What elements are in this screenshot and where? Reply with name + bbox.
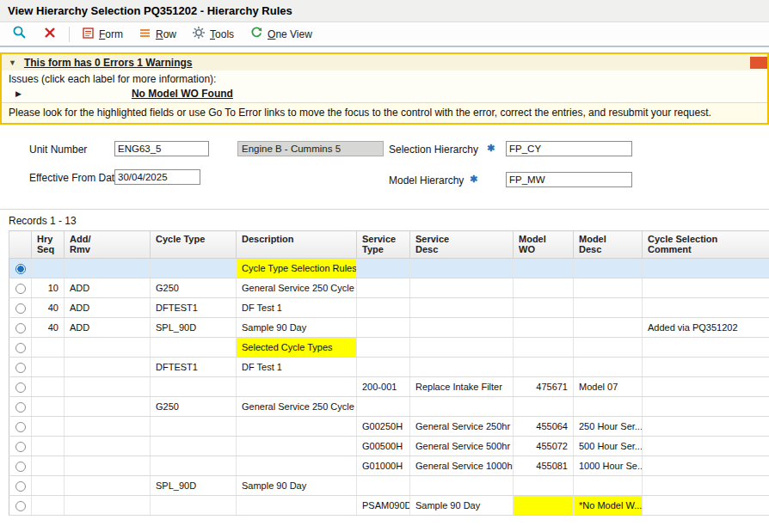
row-select-radio[interactable] bbox=[15, 382, 26, 393]
cell-add_rmv bbox=[65, 358, 151, 377]
cell-model_wo bbox=[514, 476, 574, 496]
row-select-radio[interactable] bbox=[15, 501, 26, 511]
tools-menu-button[interactable]: Tools bbox=[185, 23, 241, 45]
row-select-radio[interactable] bbox=[15, 363, 26, 373]
column-header[interactable]: Add/ Rmv bbox=[65, 231, 151, 259]
row-select-radio[interactable] bbox=[15, 284, 26, 294]
cell-model_wo: 475671 bbox=[514, 377, 574, 397]
one-view-label: One View bbox=[268, 28, 312, 40]
selection-hierarchy-field[interactable] bbox=[506, 141, 632, 156]
cell-model_desc: 250 Hour Ser... bbox=[574, 417, 643, 437]
row-select-radio[interactable] bbox=[15, 481, 26, 492]
cell-cycle_type bbox=[151, 496, 237, 516]
cell-model_wo bbox=[514, 496, 574, 516]
row-select-radio[interactable] bbox=[15, 343, 26, 353]
row-select-cell bbox=[9, 417, 32, 437]
expander-triangle-icon[interactable]: ▶ bbox=[15, 89, 22, 98]
cell-model_desc: 1000 Hour Se... bbox=[574, 456, 643, 476]
cell-service_type bbox=[357, 259, 410, 278]
cell-hry_seq bbox=[32, 496, 65, 516]
cell-model_desc bbox=[574, 259, 643, 278]
unit-number-field[interactable] bbox=[114, 141, 209, 156]
row-select-radio[interactable] bbox=[15, 442, 26, 452]
cell-model_wo: 455072 bbox=[514, 437, 574, 456]
cell-comment bbox=[643, 278, 769, 298]
required-star-icon: ✱ bbox=[487, 143, 495, 154]
cell-service_desc bbox=[410, 259, 514, 278]
column-header[interactable]: Service Type bbox=[357, 231, 410, 259]
cell-add_rmv: ADD bbox=[65, 278, 151, 298]
cell-service_desc bbox=[410, 278, 514, 298]
cell-add_rmv: ADD bbox=[65, 318, 151, 338]
cell-description: DF Test 1 bbox=[237, 358, 357, 377]
no-model-wo-link[interactable]: No Model WO Found bbox=[132, 88, 233, 100]
column-header[interactable]: Model Desc bbox=[574, 231, 643, 259]
find-button[interactable] bbox=[5, 22, 34, 46]
cell-cycle_type bbox=[151, 338, 237, 358]
cell-cycle_type: G250 bbox=[151, 397, 237, 417]
column-header[interactable]: Cycle Selection Comment bbox=[643, 231, 769, 259]
cell-add_rmv bbox=[65, 476, 151, 496]
row-select-radio[interactable] bbox=[15, 303, 26, 314]
cell-service_desc bbox=[410, 298, 514, 318]
row-select-cell bbox=[9, 456, 32, 476]
cell-model_wo bbox=[514, 318, 574, 338]
effective-from-date-label: Effective From Date bbox=[29, 172, 120, 184]
table-row: G00250HGeneral Service 250hr455064250 Ho… bbox=[9, 417, 769, 437]
column-header[interactable]: Hry Seq bbox=[32, 231, 65, 259]
table-row: Selected Cycle Types bbox=[9, 338, 769, 358]
collapse-triangle-icon[interactable]: ▼ bbox=[9, 58, 16, 67]
row-select-radio[interactable] bbox=[15, 462, 26, 472]
column-header[interactable]: Description bbox=[237, 231, 357, 259]
cell-hry_seq: 40 bbox=[32, 298, 65, 318]
issue-link-row: ▶ No Model WO Found bbox=[2, 86, 767, 102]
search-icon bbox=[12, 25, 28, 43]
column-header[interactable]: Service Desc bbox=[410, 231, 514, 259]
cell-cycle_type: SPL_90D bbox=[151, 318, 237, 338]
row-select-cell bbox=[9, 259, 32, 278]
column-header[interactable]: Model WO bbox=[514, 231, 574, 259]
toolbar: Form Row Tools One View bbox=[0, 22, 769, 47]
cell-hry_seq bbox=[32, 437, 65, 456]
tools-menu-label: Tools bbox=[210, 28, 234, 40]
cell-hry_seq bbox=[32, 358, 65, 377]
cell-hry_seq bbox=[32, 338, 65, 358]
cell-description: General Service 250 Cycle bbox=[237, 397, 357, 417]
cell-hry_seq bbox=[32, 456, 65, 476]
hierarchy-rules-grid: Hry SeqAdd/ RmvCycle TypeDescriptionServ… bbox=[9, 230, 769, 516]
row-select-radio[interactable] bbox=[15, 402, 26, 413]
cell-cycle_type bbox=[151, 417, 237, 437]
cell-comment bbox=[643, 298, 769, 318]
warning-summary-link[interactable]: This form has 0 Errors 1 Warnings bbox=[24, 57, 193, 69]
row-select-radio[interactable] bbox=[15, 323, 26, 333]
row-select-radio[interactable] bbox=[15, 264, 26, 274]
column-header[interactable]: Cycle Type bbox=[151, 231, 237, 259]
one-view-button[interactable]: One View bbox=[243, 23, 319, 45]
cell-service_type bbox=[357, 278, 410, 298]
cell-comment bbox=[643, 496, 769, 516]
row-select-cell bbox=[9, 318, 32, 338]
row-select-cell bbox=[9, 298, 32, 318]
effective-from-date-field[interactable] bbox=[114, 169, 200, 185]
grid-section: Records 1 - 13 Hry SeqAdd/ RmvCycle Type… bbox=[0, 209, 769, 516]
cell-description: DF Test 1 bbox=[237, 298, 357, 318]
cell-description bbox=[237, 456, 357, 476]
row-select-radio[interactable] bbox=[15, 422, 26, 432]
cell-service_desc bbox=[410, 338, 514, 358]
cell-service_type: 200-001 bbox=[357, 377, 410, 397]
cell-service_desc: General Service 1000hr bbox=[410, 456, 514, 476]
required-star-icon: ✱ bbox=[470, 174, 477, 185]
table-row: PSAM090DSample 90 Day*No Model W... bbox=[9, 496, 769, 516]
model-hierarchy-label: Model Hierarchy bbox=[389, 174, 464, 187]
form-menu-button[interactable]: Form bbox=[75, 24, 130, 45]
cell-model_desc bbox=[574, 278, 643, 298]
cell-comment bbox=[643, 397, 769, 417]
header-form: Unit Number Engine B - Cummins 5 Selecti… bbox=[0, 125, 769, 209]
table-row: G01000HGeneral Service 1000hr4550811000 … bbox=[9, 456, 769, 476]
error-indicator-block bbox=[750, 57, 767, 69]
cell-description: General Service 250 Cycle bbox=[237, 278, 357, 298]
row-select-cell bbox=[9, 278, 32, 298]
model-hierarchy-field[interactable] bbox=[506, 172, 632, 187]
close-button[interactable] bbox=[36, 23, 64, 45]
row-menu-button[interactable]: Row bbox=[132, 24, 183, 45]
